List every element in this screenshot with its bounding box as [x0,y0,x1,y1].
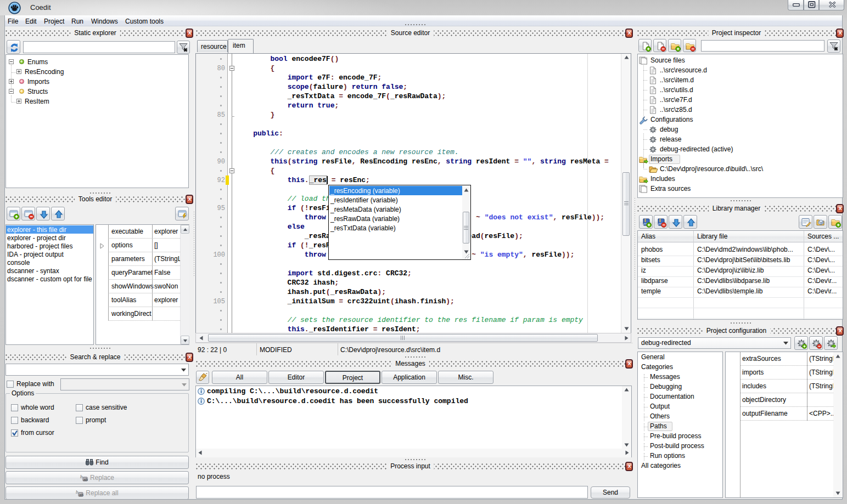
svg-text:ab: ab [79,493,83,497]
svg-text:b: b [80,474,83,479]
svg-text:b: b [76,489,78,495]
svg-text:ab: ab [83,478,88,482]
